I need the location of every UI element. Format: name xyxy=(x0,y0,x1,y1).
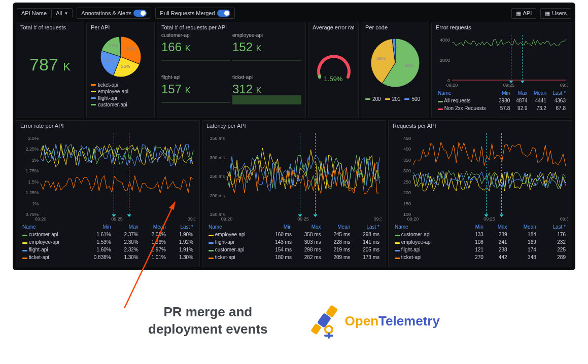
svg-text:09:30: 09:30 xyxy=(188,216,195,222)
dashboard: API Name All ▼ Annotations & Alerts Pull… xyxy=(13,3,575,270)
legend-item[interactable]: 200 xyxy=(365,96,381,102)
pr-merged-toggle[interactable]: Pull Requests Merged xyxy=(155,8,234,19)
panel-per-code-pie[interactable]: Per code 59%39%2% 200201500 xyxy=(361,22,429,118)
svg-text:400: 400 xyxy=(403,147,411,152)
svg-text:25%: 25% xyxy=(121,64,130,69)
svg-text:09:20: 09:20 xyxy=(221,216,233,222)
svg-text:19%: 19% xyxy=(109,43,118,48)
stat-table: NameMinMaxMeanLast * All requests3980487… xyxy=(436,89,568,112)
stat-cell: customer-api166 K xyxy=(161,32,230,72)
panel-total-per-api[interactable]: Total # of requests per API customer-api… xyxy=(157,22,306,118)
table-row[interactable]: customer-api154 ms298 ms219 ms205 ms xyxy=(206,246,382,253)
panel-title: Per API xyxy=(91,24,150,30)
grid-icon: ▦ xyxy=(545,10,550,17)
legend-item[interactable]: customer-api xyxy=(91,102,150,107)
svg-marker-65 xyxy=(169,202,175,210)
pie-legend: ticket-apiemployee-apiflight-apicustomer… xyxy=(91,82,150,107)
users-view-button[interactable]: ▦ Users xyxy=(540,8,571,19)
svg-marker-21 xyxy=(521,81,525,83)
telescope-icon xyxy=(308,303,344,339)
table-row[interactable]: employee-api108241169232 xyxy=(393,238,568,246)
svg-line-64 xyxy=(124,202,175,308)
toolbar: API Name All ▼ Annotations & Alerts Pull… xyxy=(13,3,575,22)
svg-text:300 ms: 300 ms xyxy=(210,155,225,160)
line-chart: 150 ms200 ms250 ms300 ms350 ms09:2009:25… xyxy=(206,131,382,222)
svg-text:2%: 2% xyxy=(32,158,39,163)
svg-text:450: 450 xyxy=(403,136,411,141)
panel-total-requests[interactable]: Total # of requests 787 K xyxy=(16,22,84,118)
svg-text:09:30: 09:30 xyxy=(560,83,568,88)
svg-text:2.25%: 2.25% xyxy=(25,147,39,152)
table-row[interactable]: Non 2xx Requests57.892.973.267.8 xyxy=(436,104,568,112)
api-name-label: API Name xyxy=(21,10,47,16)
panel-title: Total # of requests per API xyxy=(161,24,301,30)
table-row[interactable]: flight-api143 ms303 ms228 ms141 ms xyxy=(206,238,382,246)
svg-text:1.5%: 1.5% xyxy=(28,179,39,185)
panel-title: Latency per API xyxy=(206,123,382,129)
stat-cell: flight-api157 K xyxy=(161,75,230,115)
legend-item[interactable]: employee-api xyxy=(91,89,150,94)
annotation-arrow-icon xyxy=(119,197,185,313)
panel-requests-per-api[interactable]: Requests per API 10015020025030035040045… xyxy=(388,120,572,267)
api-view-button[interactable]: ▦ API xyxy=(511,8,537,19)
legend-item[interactable]: flight-api xyxy=(91,95,150,101)
svg-text:300: 300 xyxy=(403,168,411,173)
panel-per-api-pie[interactable]: Per API 31%25%24%19% ticket-apiemployee-… xyxy=(86,22,155,118)
svg-text:1.25%: 1.25% xyxy=(25,190,39,195)
stat-table: NameMinMaxMeanLast * employee-api160 ms3… xyxy=(206,223,382,261)
svg-text:59%: 59% xyxy=(405,63,414,68)
api-name-dropdown[interactable]: All ▼ xyxy=(51,8,73,18)
total-requests-value: 787 K xyxy=(20,56,80,73)
logo-text: OpenTelemetry xyxy=(345,313,440,329)
svg-text:200: 200 xyxy=(403,190,411,195)
svg-text:2.5%: 2.5% xyxy=(28,136,39,141)
svg-text:2000: 2000 xyxy=(440,58,450,63)
stat-cell: employee-api152 K xyxy=(232,32,301,72)
svg-text:09:30: 09:30 xyxy=(374,216,382,222)
legend-item[interactable]: 201 xyxy=(385,96,401,102)
table-row[interactable]: ticket-api270442348289 xyxy=(393,253,568,261)
svg-text:09:30: 09:30 xyxy=(560,216,568,222)
toggle-on-icon[interactable] xyxy=(217,10,230,17)
grid-icon: ▦ xyxy=(516,10,521,17)
stat-cell: ticket-api312 K xyxy=(232,75,301,115)
table-row[interactable]: customer-api133239184176 xyxy=(393,231,568,238)
svg-text:39%: 39% xyxy=(376,56,386,61)
svg-text:09:20: 09:20 xyxy=(407,216,419,222)
svg-point-69 xyxy=(325,326,332,333)
panel-avg-error[interactable]: Average error rate 1.59% xyxy=(308,22,359,118)
opentelemetry-logo: OpenTelemetry xyxy=(308,303,440,339)
svg-text:31%: 31% xyxy=(126,46,135,51)
svg-text:09:25: 09:25 xyxy=(503,83,515,88)
svg-text:350 ms: 350 ms xyxy=(210,136,225,141)
legend-item[interactable]: ticket-api xyxy=(91,82,150,88)
svg-text:350: 350 xyxy=(403,158,411,163)
svg-text:150: 150 xyxy=(403,201,411,206)
panel-title: Requests per API xyxy=(393,123,568,129)
panel-title: Average error rate xyxy=(313,24,354,30)
panel-title: Per code xyxy=(365,24,425,30)
table-row[interactable]: ticket-api180 ms282 ms209 ms173 ms xyxy=(206,253,382,261)
svg-rect-7 xyxy=(232,95,301,104)
svg-text:1%: 1% xyxy=(32,201,39,206)
legend-item[interactable]: 500 xyxy=(404,96,420,102)
svg-text:250 ms: 250 ms xyxy=(210,174,225,179)
svg-rect-68 xyxy=(310,323,322,335)
chevron-down-icon: ▼ xyxy=(64,11,68,16)
svg-text:09:20: 09:20 xyxy=(35,216,47,222)
toggle-on-icon[interactable] xyxy=(133,10,147,17)
svg-text:2%: 2% xyxy=(391,44,398,49)
panel-error-requests[interactable]: Error requests 02000400009:2009:2509:30 … xyxy=(431,22,572,118)
table-row[interactable]: flight-api121238174225 xyxy=(393,246,568,253)
svg-text:250: 250 xyxy=(403,179,411,185)
panel-latency-per-api[interactable]: Latency per API 150 ms200 ms250 ms300 ms… xyxy=(202,120,386,267)
svg-marker-63 xyxy=(500,214,504,217)
svg-text:09:25: 09:25 xyxy=(483,216,495,222)
table-row[interactable]: employee-api160 ms358 ms245 ms298 ms xyxy=(206,231,382,238)
pie-legend: 200201500 xyxy=(365,96,425,102)
svg-text:24%: 24% xyxy=(105,58,114,63)
table-row[interactable]: All requests3980487444414363 xyxy=(436,97,568,104)
line-chart: 10015020025030035040045009:2009:2509:30 xyxy=(393,131,568,222)
annotations-toggle[interactable]: Annotations & Alerts xyxy=(77,8,151,19)
api-name-filter[interactable]: API Name xyxy=(17,8,51,18)
